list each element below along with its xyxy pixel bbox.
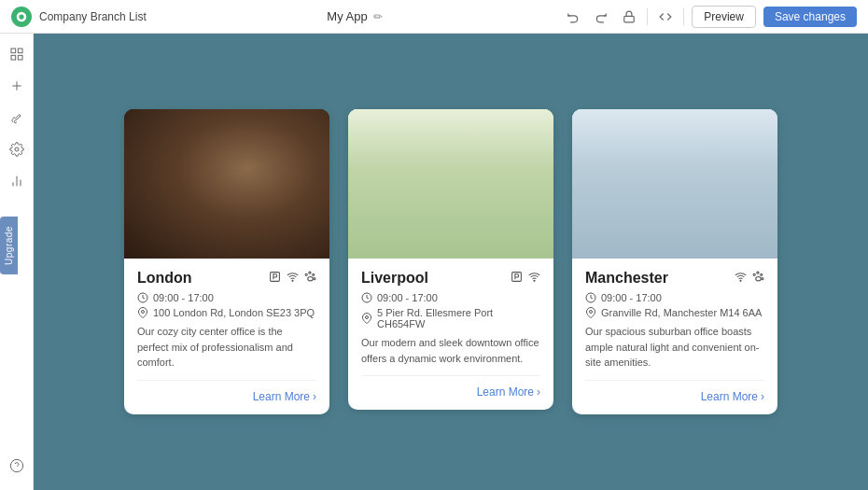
- sidebar-item-help[interactable]: [4, 453, 30, 479]
- card-manchester-body: Manchester 09:00 - 17:00: [572, 259, 777, 414]
- svg-rect-16: [124, 109, 329, 259]
- svg-point-67: [665, 148, 684, 167]
- svg-rect-56: [703, 109, 707, 137]
- card-london-icons: [269, 271, 316, 286]
- card-london-address: 100 London Rd, London SE23 3PQ: [137, 307, 316, 318]
- card-liverpool-title: Liverpool: [361, 270, 428, 287]
- svg-rect-53: [572, 109, 777, 259]
- sidebar-item-settings[interactable]: [4, 136, 30, 162]
- svg-point-50: [534, 281, 535, 282]
- svg-point-66: [664, 158, 686, 191]
- preview-button[interactable]: Preview: [692, 6, 756, 28]
- svg-rect-26: [129, 128, 194, 132]
- svg-rect-71: [749, 119, 773, 184]
- card-london-header: London: [137, 270, 316, 287]
- card-london-body: London 09:00 - 1: [124, 259, 329, 414]
- topbar-left: Company Branch List: [11, 7, 147, 27]
- manchester-learn-more-link[interactable]: Learn More ›: [701, 390, 764, 403]
- svg-point-78: [590, 311, 593, 314]
- sidebar-item-add[interactable]: [4, 73, 30, 99]
- svg-point-43: [409, 179, 437, 226]
- wifi-icon-3: [735, 271, 747, 286]
- svg-point-18: [163, 165, 197, 221]
- svg-rect-6: [18, 55, 22, 60]
- svg-rect-2: [624, 16, 635, 21]
- svg-rect-38: [348, 212, 553, 259]
- sidebar-item-chart[interactable]: [4, 168, 30, 194]
- sidebar-item-brush[interactable]: [4, 105, 30, 131]
- lock-button[interactable]: [619, 8, 639, 25]
- wifi-icon-2: [528, 271, 540, 286]
- svg-point-17: [152, 198, 301, 235]
- save-button[interactable]: Save changes: [763, 7, 857, 27]
- svg-point-52: [366, 316, 369, 319]
- undo-button[interactable]: [563, 8, 583, 25]
- card-manchester-desc: Our spacious suburban office boasts ampl…: [585, 324, 764, 371]
- svg-rect-3: [11, 49, 16, 53]
- svg-point-34: [305, 274, 307, 276]
- svg-rect-42: [518, 212, 525, 226]
- svg-point-32: [313, 274, 315, 276]
- learn-more-arrow-icon-3: ›: [761, 390, 764, 403]
- svg-rect-24: [273, 109, 329, 184]
- svg-point-73: [757, 272, 759, 273]
- card-london-photo: [124, 109, 329, 259]
- card-manchester-footer: Learn More ›: [585, 380, 764, 403]
- topbar: Company Branch List My App ✏ Preview Sav…: [0, 0, 868, 34]
- sidebar-item-grid[interactable]: [4, 41, 30, 67]
- card-london: London 09:00 - 1: [124, 109, 329, 414]
- topbar-right: Preview Save changes: [563, 6, 857, 28]
- svg-rect-47: [376, 207, 507, 213]
- card-manchester-hours: 09:00 - 17:00: [585, 292, 764, 303]
- svg-point-41: [502, 179, 521, 207]
- svg-point-69: [717, 151, 735, 170]
- london-learn-more-link[interactable]: Learn More ›: [253, 390, 316, 403]
- topbar-center: My App ✏: [327, 9, 382, 23]
- svg-point-68: [715, 161, 737, 194]
- svg-point-74: [761, 274, 763, 276]
- svg-point-45: [446, 179, 474, 226]
- svg-rect-4: [18, 49, 22, 53]
- svg-rect-58: [591, 184, 637, 212]
- liverpool-learn-more-link[interactable]: Learn More ›: [477, 385, 540, 399]
- card-liverpool-address: 5 Pier Rd. Ellesmere Port CH654FW: [361, 307, 540, 329]
- card-manchester-address: Granville Rd, Manchester M14 6AA: [585, 307, 764, 318]
- card-liverpool-icons: [511, 271, 540, 286]
- card-manchester-icons: [735, 271, 764, 286]
- svg-rect-59: [647, 179, 693, 212]
- svg-point-21: [208, 153, 236, 181]
- parking-icon: [269, 271, 281, 286]
- card-manchester-title: Manchester: [585, 270, 668, 287]
- sidebar-bottom: [0, 453, 34, 490]
- card-manchester-photo: [572, 109, 777, 259]
- svg-point-9: [15, 147, 19, 151]
- pets-icon: [304, 271, 316, 286]
- svg-rect-54: [591, 109, 595, 137]
- svg-rect-5: [11, 55, 16, 60]
- upgrade-tab[interactable]: Upgrade: [0, 217, 18, 274]
- card-liverpool: Liverpool 09:00 - 17:00: [348, 109, 553, 410]
- topbar-divider-2: [683, 8, 684, 25]
- card-liverpool-footer: Learn More ›: [361, 375, 540, 399]
- svg-point-72: [740, 281, 741, 282]
- main-content: London 09:00 - 1: [34, 34, 868, 490]
- card-liverpool-header: Liverpool: [361, 270, 540, 287]
- svg-point-23: [257, 155, 281, 179]
- svg-point-46: [449, 168, 471, 190]
- card-liverpool-photo: [348, 109, 553, 259]
- redo-button[interactable]: [591, 8, 611, 25]
- svg-point-76: [753, 274, 755, 276]
- svg-point-44: [412, 168, 434, 190]
- svg-point-1: [19, 14, 23, 19]
- learn-more-arrow-icon-2: ›: [537, 385, 540, 399]
- card-manchester-header: Manchester: [585, 270, 764, 287]
- card-london-desc: Our cozy city center office is the perfe…: [137, 324, 316, 371]
- code-button[interactable]: [655, 8, 676, 25]
- pets-icon-2: [752, 271, 764, 286]
- svg-rect-60: [703, 184, 749, 212]
- card-liverpool-hours: 09:00 - 17:00: [361, 292, 540, 303]
- edit-app-name-icon[interactable]: ✏: [373, 10, 383, 23]
- cards-container: London 09:00 - 1: [124, 109, 777, 414]
- topbar-divider: [647, 8, 648, 25]
- svg-rect-37: [348, 109, 553, 259]
